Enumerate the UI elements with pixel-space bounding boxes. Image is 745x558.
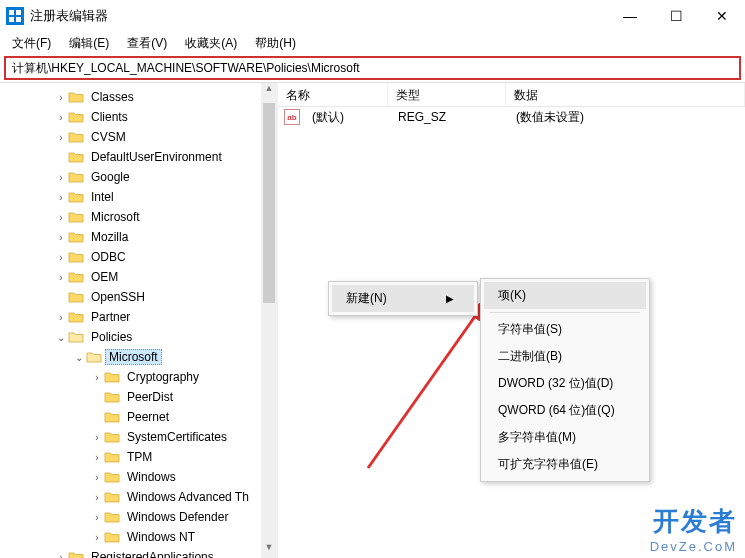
expand-icon[interactable]: › [54, 272, 68, 283]
address-bar[interactable]: 计算机\HKEY_LOCAL_MACHINE\SOFTWARE\Policies… [4, 56, 741, 80]
tree-item-systemcertificates[interactable]: ›SystemCertificates [0, 427, 277, 447]
menu-bar: 文件(F) 编辑(E) 查看(V) 收藏夹(A) 帮助(H) [0, 32, 745, 54]
tree-item-intel[interactable]: ›Intel [0, 187, 277, 207]
tree-item-google[interactable]: ›Google [0, 167, 277, 187]
expand-icon[interactable]: › [54, 232, 68, 243]
tree-item-windows-advanced-th[interactable]: ›Windows Advanced Th [0, 487, 277, 507]
context-menu[interactable]: 新建(N) ▶ [328, 281, 478, 316]
close-button[interactable]: ✕ [699, 0, 745, 32]
tree-item-defaultuserenvironment[interactable]: DefaultUserEnvironment [0, 147, 277, 167]
value-type: REG_SZ [390, 110, 508, 124]
collapse-icon[interactable]: ⌄ [54, 332, 68, 343]
tree-item-cryptography[interactable]: ›Cryptography [0, 367, 277, 387]
menu-help[interactable]: 帮助(H) [247, 33, 304, 54]
tree-label: RegisteredApplications [87, 550, 218, 558]
tree-label: Google [87, 170, 134, 184]
tree-label: ODBC [87, 250, 130, 264]
registry-tree[interactable]: ›Classes›Clients›CVSMDefaultUserEnvironm… [0, 83, 278, 558]
scroll-thumb[interactable] [263, 103, 275, 303]
context-submenu[interactable]: 项(K)字符串值(S)二进制值(B)DWORD (32 位)值(D)QWORD … [480, 278, 650, 482]
tree-item-tpm[interactable]: ›TPM [0, 447, 277, 467]
submenu-item[interactable]: QWORD (64 位)值(Q) [484, 397, 646, 424]
list-row[interactable]: ab (默认) REG_SZ (数值未设置) [278, 107, 745, 127]
svg-line-4 [368, 298, 488, 468]
tree-item-clients[interactable]: ›Clients [0, 107, 277, 127]
expand-icon[interactable]: › [54, 112, 68, 123]
tree-item-odbc[interactable]: ›ODBC [0, 247, 277, 267]
tree-item-classes[interactable]: ›Classes [0, 87, 277, 107]
expand-icon[interactable]: › [90, 512, 104, 523]
expand-icon[interactable]: › [54, 92, 68, 103]
svg-rect-1 [16, 10, 21, 15]
submenu-item[interactable]: 二进制值(B) [484, 343, 646, 370]
value-list[interactable]: 名称 类型 数据 ab (默认) REG_SZ (数值未设置) 新建(N) ▶ … [278, 83, 745, 558]
scroll-down-icon[interactable]: ▼ [261, 542, 277, 558]
submenu-arrow-icon: ▶ [416, 293, 454, 304]
tree-item-policies[interactable]: ⌄Policies [0, 327, 277, 347]
scroll-up-icon[interactable]: ▲ [261, 83, 277, 99]
expand-icon[interactable]: › [54, 132, 68, 143]
expand-icon[interactable]: › [54, 312, 68, 323]
expand-icon[interactable]: › [90, 472, 104, 483]
maximize-button[interactable]: ☐ [653, 0, 699, 32]
tree-item-windows[interactable]: ›Windows [0, 467, 277, 487]
menu-favorites[interactable]: 收藏夹(A) [177, 33, 245, 54]
tree-label: Policies [87, 330, 136, 344]
expand-icon[interactable]: › [54, 552, 68, 559]
tree-item-oem[interactable]: ›OEM [0, 267, 277, 287]
tree-item-windows-defender[interactable]: ›Windows Defender [0, 507, 277, 527]
tree-item-windows-nt[interactable]: ›Windows NT [0, 527, 277, 547]
submenu-item[interactable]: 多字符串值(M) [484, 424, 646, 451]
tree-label: TPM [123, 450, 156, 464]
expand-icon[interactable]: › [90, 532, 104, 543]
expand-icon[interactable]: › [90, 372, 104, 383]
tree-item-peernet[interactable]: Peernet [0, 407, 277, 427]
main-pane: ›Classes›Clients›CVSMDefaultUserEnvironm… [0, 82, 745, 558]
expand-icon[interactable]: › [90, 452, 104, 463]
col-name[interactable]: 名称 [278, 83, 388, 106]
tree-label: Windows Defender [123, 510, 232, 524]
value-data: (数值未设置) [508, 109, 592, 126]
tree-label: Peernet [123, 410, 173, 424]
minimize-button[interactable]: — [607, 0, 653, 32]
tree-item-registeredapplications[interactable]: ›RegisteredApplications [0, 547, 277, 558]
menu-file[interactable]: 文件(F) [4, 33, 59, 54]
tree-label: Clients [87, 110, 132, 124]
expand-icon[interactable]: › [54, 252, 68, 263]
expand-icon[interactable]: › [90, 432, 104, 443]
tree-item-microsoft[interactable]: ›Microsoft [0, 207, 277, 227]
context-new-label: 新建(N) [346, 290, 387, 307]
tree-item-partner[interactable]: ›Partner [0, 307, 277, 327]
submenu-item[interactable]: DWORD (32 位)值(D) [484, 370, 646, 397]
col-data[interactable]: 数据 [506, 83, 745, 106]
submenu-item[interactable]: 项(K) [484, 282, 646, 309]
window-title: 注册表编辑器 [30, 7, 607, 25]
tree-label: Intel [87, 190, 118, 204]
tree-label: Windows [123, 470, 180, 484]
tree-item-openssh[interactable]: OpenSSH [0, 287, 277, 307]
context-new[interactable]: 新建(N) ▶ [332, 285, 474, 312]
tree-label: Partner [87, 310, 134, 324]
tree-label: OEM [87, 270, 122, 284]
expand-icon[interactable]: › [54, 192, 68, 203]
address-text: 计算机\HKEY_LOCAL_MACHINE\SOFTWARE\Policies… [12, 60, 360, 77]
submenu-item[interactable]: 可扩充字符串值(E) [484, 451, 646, 478]
menu-edit[interactable]: 编辑(E) [61, 33, 117, 54]
col-type[interactable]: 类型 [388, 83, 506, 106]
tree-item-cvsm[interactable]: ›CVSM [0, 127, 277, 147]
tree-label: DefaultUserEnvironment [87, 150, 226, 164]
submenu-item[interactable]: 字符串值(S) [484, 316, 646, 343]
tree-label: Mozilla [87, 230, 132, 244]
tree-item-microsoft[interactable]: ⌄Microsoft [0, 347, 277, 367]
expand-icon[interactable]: › [54, 172, 68, 183]
tree-scrollbar[interactable]: ▲ ▼ [261, 83, 277, 558]
tree-item-mozilla[interactable]: ›Mozilla [0, 227, 277, 247]
tree-label: Windows Advanced Th [123, 490, 253, 504]
menu-view[interactable]: 查看(V) [119, 33, 175, 54]
expand-icon[interactable]: › [90, 492, 104, 503]
title-bar: 注册表编辑器 — ☐ ✕ [0, 0, 745, 32]
expand-icon[interactable]: › [54, 212, 68, 223]
tree-label: Cryptography [123, 370, 203, 384]
collapse-icon[interactable]: ⌄ [72, 352, 86, 363]
tree-item-peerdist[interactable]: PeerDist [0, 387, 277, 407]
